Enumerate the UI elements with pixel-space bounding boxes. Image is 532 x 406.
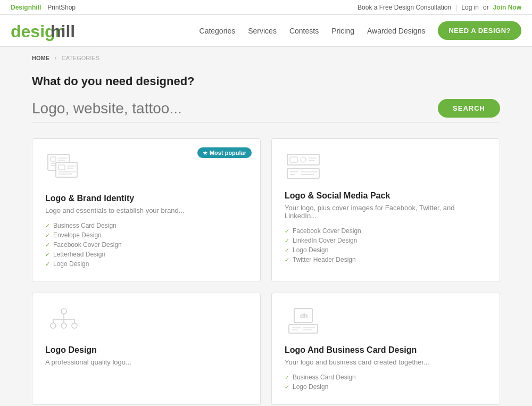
star-icon: ★: [203, 150, 207, 156]
nav-categories[interactable]: Categories: [200, 27, 236, 35]
nav-services[interactable]: Services: [248, 27, 277, 35]
feature-item: Logo Design: [285, 382, 487, 392]
or-text: or: [483, 4, 489, 11]
card-features-1: Facebook Cover Design LinkedIn Cover Des…: [285, 226, 487, 264]
consultation-link[interactable]: Book a Free Design Consultation: [358, 4, 451, 11]
svg-point-31: [61, 323, 66, 328]
svg-text:hill: hill: [51, 22, 75, 41]
svg-point-30: [51, 323, 56, 328]
feature-item: Business Card Design: [45, 221, 247, 230]
main-nav: design hill Categories Services Contests…: [0, 15, 532, 47]
card-logo-business-card[interactable]: dh Logo And Business Card Design Your lo…: [271, 293, 500, 405]
designhill-link[interactable]: Designhill: [11, 4, 41, 11]
need-design-button[interactable]: NEED A DESIGN?: [438, 21, 521, 40]
card-title-1: Logo & Social Media Pack: [285, 191, 487, 201]
logo-svg: design hill: [11, 20, 85, 42]
feature-item: Logo Design: [45, 259, 247, 269]
feature-item: LinkedIn Cover Design: [285, 236, 487, 245]
feature-item: Facebook Cover Design: [285, 226, 487, 236]
separator-1: |: [455, 4, 457, 11]
login-link[interactable]: Log in: [461, 4, 479, 11]
nav-awarded-designs[interactable]: Awarded Designs: [367, 27, 425, 35]
join-now-link[interactable]: Join Now: [493, 4, 521, 11]
breadcrumb-separator: ›: [54, 54, 56, 62]
top-bar: Designhill PrintShop Book a Free Design …: [0, 0, 532, 15]
card-icon-logo-design: [45, 306, 247, 337]
card-logo-social-media[interactable]: Logo & Social Media Pack Your logo, plus…: [271, 138, 500, 282]
card-icon-logo-business-card: dh: [285, 306, 487, 337]
card-icon-social-media: [285, 152, 487, 183]
printshop-link[interactable]: PrintShop: [47, 4, 76, 11]
card-logo-design[interactable]: Logo Design A professional quality logo.…: [32, 293, 261, 405]
svg-rect-19: [287, 169, 319, 178]
nav-contests[interactable]: Contests: [289, 27, 319, 35]
card-features-3: Business Card Design Logo Design: [285, 372, 487, 392]
search-button[interactable]: SEARCH: [438, 99, 500, 118]
svg-rect-14: [287, 154, 319, 165]
breadcrumb: HOME › CATEGORIES: [0, 47, 532, 69]
card-title-3: Logo And Business Card Design: [285, 345, 487, 355]
svg-rect-35: [289, 325, 318, 333]
breadcrumb-current: CATEGORIES: [62, 55, 99, 61]
svg-point-24: [61, 309, 66, 314]
card-desc-0: Logo and essentials to establish your br…: [45, 206, 247, 214]
feature-item: Facebook Cover Design: [45, 240, 247, 250]
breadcrumb-home[interactable]: HOME: [32, 55, 49, 61]
search-bar: SEARCH: [32, 99, 500, 122]
card-title-2: Logo Design: [45, 345, 247, 355]
card-desc-2: A professional quality logo...: [45, 358, 247, 366]
svg-point-32: [72, 323, 77, 328]
page-title: What do you need designed?: [32, 74, 500, 88]
card-logo-brand-identity[interactable]: ★ Most popular: [32, 138, 261, 282]
feature-item: Letterhead Design: [45, 250, 247, 259]
card-title-0: Logo & Brand Identity: [45, 194, 247, 203]
feature-item: Envelope Design: [45, 230, 247, 240]
top-bar-left: Designhill PrintShop: [11, 4, 76, 11]
nav-links: Categories Services Contests Pricing Awa…: [200, 21, 521, 40]
top-bar-right: Book a Free Design Consultation | Log in…: [358, 4, 521, 11]
card-desc-1: Your logo, plus cover images for Faceboo…: [285, 204, 487, 220]
feature-item: Twitter Header Design: [285, 255, 487, 264]
feature-item: Logo Design: [285, 245, 487, 255]
page-content: What do you need designed? SEARCH ★ Most…: [0, 69, 532, 406]
cards-grid: ★ Most popular: [32, 138, 500, 405]
logo[interactable]: design hill: [11, 20, 85, 42]
feature-item: Business Card Design: [285, 372, 487, 382]
search-input[interactable]: [32, 100, 429, 117]
svg-text:dh: dh: [300, 312, 308, 320]
card-features-0: Business Card Design Envelope Design Fac…: [45, 221, 247, 269]
badge-text: Most popular: [210, 150, 246, 156]
most-popular-badge: ★ Most popular: [197, 147, 252, 158]
card-desc-3: Your logo and business card created toge…: [285, 358, 487, 366]
nav-pricing[interactable]: Pricing: [331, 27, 354, 35]
